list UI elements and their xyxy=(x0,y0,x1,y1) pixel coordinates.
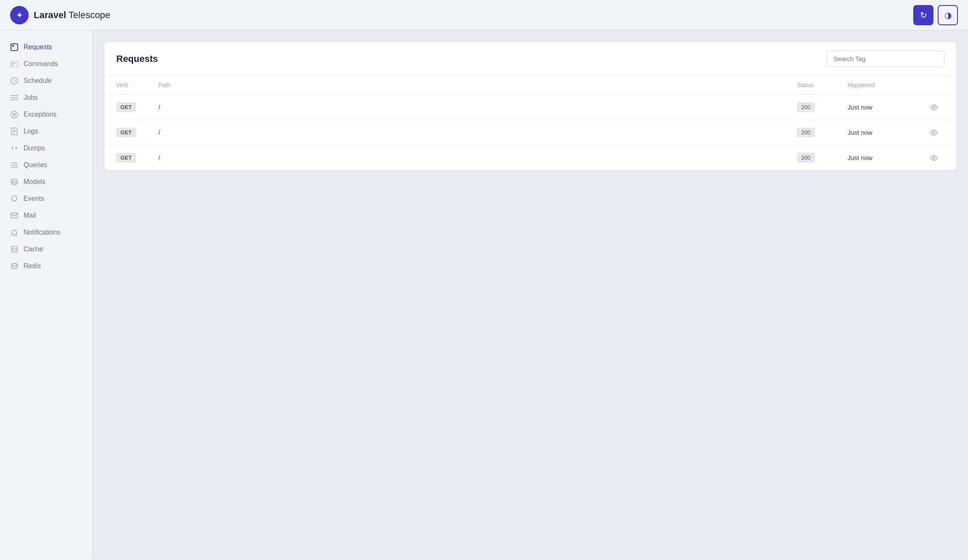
row-verb: GET xyxy=(116,102,158,112)
svg-point-19 xyxy=(16,163,17,163)
row-path: / xyxy=(158,129,797,136)
row-verb: GET xyxy=(116,153,158,163)
requests-icon xyxy=(10,43,19,51)
view-icon[interactable] xyxy=(923,155,944,161)
view-icon[interactable] xyxy=(923,130,944,136)
svg-point-26 xyxy=(11,264,17,266)
status-badge: 200 xyxy=(797,102,815,112)
models-icon xyxy=(10,178,19,186)
sidebar-label-redis: Redis xyxy=(24,262,41,270)
svg-point-21 xyxy=(11,179,17,181)
svg-point-28 xyxy=(933,131,935,133)
sidebar-label-notifications: Notifications xyxy=(24,229,60,236)
sidebar-label-jobs: Jobs xyxy=(24,94,38,101)
redis-icon xyxy=(10,262,19,270)
notifications-icon xyxy=(10,228,19,237)
sidebar-item-schedule[interactable]: Schedule xyxy=(0,72,92,89)
logo: ✦ Laravel Telescope xyxy=(10,6,110,24)
sidebar-item-queries[interactable]: Queries xyxy=(0,157,92,173)
logo-text: Laravel Telescope xyxy=(34,10,110,21)
sidebar: Requests Commands Schedule xyxy=(0,30,93,560)
sidebar-label-cache: Cache xyxy=(24,245,43,253)
row-path: / xyxy=(158,104,797,111)
col-happened: Happened xyxy=(848,82,923,88)
cache-icon xyxy=(10,245,19,253)
col-status: Status xyxy=(797,82,848,88)
queries-icon xyxy=(10,161,19,169)
sidebar-label-dumps: Dumps xyxy=(24,144,45,152)
svg-point-27 xyxy=(933,106,935,108)
jobs-icon xyxy=(10,93,19,102)
status-badge: 200 xyxy=(797,128,815,137)
svg-rect-2 xyxy=(11,61,18,67)
verb-badge: GET xyxy=(116,153,136,163)
svg-rect-23 xyxy=(11,246,17,252)
row-status: 200 xyxy=(797,153,848,163)
sidebar-label-exceptions: Exceptions xyxy=(24,111,56,118)
row-status: 200 xyxy=(797,102,848,112)
sidebar-item-dumps[interactable]: Dumps xyxy=(0,140,92,157)
search-tag-input[interactable] xyxy=(826,51,944,67)
card-header: Requests xyxy=(104,42,956,76)
sidebar-item-events[interactable]: Events xyxy=(0,190,92,207)
row-status: 200 xyxy=(797,128,848,137)
refresh-button[interactable]: ↻ xyxy=(913,5,933,25)
sidebar-label-events: Events xyxy=(24,195,44,203)
sidebar-item-requests[interactable]: Requests xyxy=(0,39,92,56)
sidebar-label-mail: Mail xyxy=(24,212,36,219)
dumps-icon xyxy=(10,144,19,152)
col-verb: Verb xyxy=(116,82,158,88)
commands-icon xyxy=(10,60,19,68)
sidebar-item-exceptions[interactable]: Exceptions xyxy=(0,106,92,123)
svg-point-20 xyxy=(16,165,17,165)
svg-rect-1 xyxy=(12,45,14,47)
main-layout: Requests Commands Schedule xyxy=(0,30,968,560)
requests-card: Requests Verb Path Status Happened GET /… xyxy=(104,42,956,170)
svg-rect-0 xyxy=(11,44,18,51)
sidebar-item-notifications[interactable]: Notifications xyxy=(0,224,92,241)
row-verb: GET xyxy=(116,128,158,137)
events-icon xyxy=(10,195,19,203)
row-happened: Just now xyxy=(848,104,923,111)
sidebar-item-mail[interactable]: Mail xyxy=(0,207,92,224)
row-happened: Just now xyxy=(848,129,923,136)
header-actions: ↻ ◑ xyxy=(913,5,958,25)
sidebar-label-schedule: Schedule xyxy=(24,77,52,85)
sidebar-label-requests: Requests xyxy=(24,43,52,51)
table-row[interactable]: GET / 200 Just now xyxy=(104,145,956,170)
sidebar-item-commands[interactable]: Commands xyxy=(0,56,92,72)
svg-point-29 xyxy=(933,157,935,159)
row-path: / xyxy=(158,154,797,161)
sidebar-item-cache[interactable]: Cache xyxy=(0,241,92,258)
sidebar-item-models[interactable]: Models xyxy=(0,173,92,190)
row-happened: Just now xyxy=(848,154,923,161)
sidebar-label-logs: Logs xyxy=(24,128,38,135)
svg-rect-22 xyxy=(11,213,18,218)
logs-icon xyxy=(10,127,19,136)
mail-icon xyxy=(10,211,19,220)
sidebar-label-models: Models xyxy=(24,178,45,186)
table-header: Verb Path Status Happened xyxy=(104,76,956,95)
sidebar-label-commands: Commands xyxy=(24,60,58,68)
sidebar-item-jobs[interactable]: Jobs xyxy=(0,89,92,106)
sidebar-label-queries: Queries xyxy=(24,161,47,169)
table-row[interactable]: GET / 200 Just now xyxy=(104,120,956,145)
svg-rect-3 xyxy=(12,63,15,64)
exceptions-icon xyxy=(10,110,19,119)
col-actions xyxy=(923,82,944,88)
col-path: Path xyxy=(158,82,797,88)
sidebar-item-logs[interactable]: Logs xyxy=(0,123,92,140)
table-row[interactable]: GET / 200 Just now xyxy=(104,95,956,120)
logo-icon: ✦ xyxy=(10,6,29,24)
theme-toggle-button[interactable]: ◑ xyxy=(938,5,958,25)
svg-rect-4 xyxy=(12,64,14,65)
page-title: Requests xyxy=(116,53,158,64)
sidebar-item-redis[interactable]: Redis xyxy=(0,258,92,275)
main-content: Requests Verb Path Status Happened GET /… xyxy=(93,30,968,560)
verb-badge: GET xyxy=(116,128,136,137)
status-badge: 200 xyxy=(797,153,815,163)
schedule-icon xyxy=(10,77,19,85)
app-header: ✦ Laravel Telescope ↻ ◑ xyxy=(0,0,968,30)
view-icon[interactable] xyxy=(923,104,944,110)
verb-badge: GET xyxy=(116,102,136,112)
